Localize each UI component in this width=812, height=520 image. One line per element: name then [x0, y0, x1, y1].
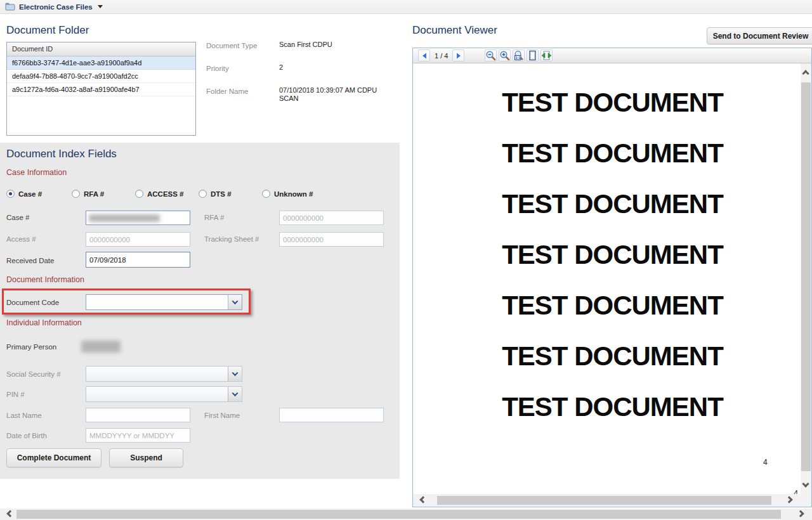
previous-page-button[interactable]	[418, 49, 430, 62]
app-menu-caret-icon[interactable]	[98, 5, 103, 8]
rfa-number-label: RFA #	[204, 214, 224, 221]
zoom-in-button[interactable]	[499, 49, 511, 62]
radio-rfa-circle[interactable]	[72, 190, 80, 198]
next-page-icon	[455, 52, 462, 60]
rfa-number-field[interactable]	[279, 211, 384, 225]
radio-case-number[interactable]: Case #	[6, 190, 42, 198]
document-text-line: TEST DOCUMENT	[413, 240, 801, 270]
tracking-sheet-field[interactable]	[279, 232, 384, 247]
radio-dts-number[interactable]: DTS #	[199, 190, 232, 198]
vertical-scroll-thumb[interactable]	[801, 82, 811, 471]
suspend-button[interactable]: Suspend	[109, 448, 183, 467]
radio-case-circle[interactable]	[6, 190, 15, 198]
folder-name-label: Folder Name	[206, 88, 248, 95]
document-text-line: TEST DOCUMENT	[413, 341, 801, 372]
document-type-value: Scan First CDPU	[279, 41, 332, 48]
viewer-horizontal-scrollbar[interactable]	[413, 494, 801, 507]
send-to-document-review-button[interactable]: Send to Document Review	[707, 27, 812, 44]
ssn-dropdown[interactable]	[86, 366, 242, 382]
case-information-heading: Case Information	[6, 168, 67, 177]
individual-information-heading: Individual Information	[6, 318, 82, 327]
scroll-right-icon[interactable]	[785, 496, 792, 503]
last-name-field[interactable]	[86, 408, 190, 422]
pin-dropdown-button[interactable]	[228, 387, 242, 401]
priority-label: Priority	[206, 65, 229, 72]
horizontal-scroll-thumb[interactable]	[437, 496, 771, 505]
page-number: 4	[763, 458, 768, 467]
case-number-field[interactable]	[86, 211, 190, 225]
document-row[interactable]: a9c1272a-fd6a-4032-a8af-a91900afe4b7	[7, 83, 195, 96]
document-text-line: TEST DOCUMENT	[413, 392, 801, 422]
radio-case-label: Case #	[18, 190, 42, 198]
folder-icon	[5, 3, 15, 11]
radio-dts-circle[interactable]	[199, 190, 207, 198]
fit-page-icon	[527, 50, 538, 61]
radio-unknown-circle[interactable]	[262, 190, 270, 198]
access-number-field[interactable]	[86, 232, 190, 247]
document-page[interactable]: TEST DOCUMENT TEST DOCUMENT TEST DOCUMEN…	[413, 63, 801, 494]
fit-width-button[interactable]	[540, 49, 553, 62]
dob-field[interactable]	[86, 428, 190, 443]
received-date-field[interactable]	[86, 252, 190, 268]
actual-size-icon: 1:1	[513, 50, 524, 61]
document-text-line: TEST DOCUMENT	[413, 189, 801, 219]
pin-dropdown[interactable]	[86, 386, 242, 402]
next-page-button[interactable]	[452, 49, 464, 62]
priority-value: 2	[279, 63, 283, 71]
document-code-value	[86, 295, 228, 309]
radio-access-number[interactable]: ACCESS #	[135, 190, 184, 198]
ssn-dropdown-button[interactable]	[228, 367, 242, 381]
document-code-dropdown-button[interactable]	[228, 295, 242, 309]
chevron-down-icon	[232, 390, 239, 396]
zoom-out-icon	[485, 50, 496, 61]
received-date-label: Received Date	[6, 257, 54, 264]
dob-label: Date of Birth	[6, 432, 47, 439]
radio-rfa-label: RFA #	[84, 190, 104, 198]
complete-document-button[interactable]: Complete Document	[6, 448, 102, 467]
document-viewer-heading: Document Viewer	[412, 24, 497, 37]
document-id-column-header[interactable]: Document ID	[7, 42, 195, 56]
first-name-field[interactable]	[279, 408, 384, 422]
app-title[interactable]: Electronic Case Files	[19, 3, 93, 11]
primary-person-redacted-value	[81, 341, 121, 353]
next-page-number-partial: 4	[794, 489, 798, 494]
document-type-label: Document Type	[206, 42, 257, 49]
scroll-right-icon[interactable]	[797, 510, 804, 517]
document-row-selected[interactable]: f6766bb3-3747-4d1e-aae3-a91900af9a4d	[7, 56, 195, 70]
radio-rfa-number[interactable]: RFA #	[72, 190, 104, 198]
case-number-label: Case #	[6, 214, 29, 221]
svg-text:1:1: 1:1	[516, 56, 521, 60]
chevron-down-icon	[232, 370, 239, 376]
radio-access-circle[interactable]	[135, 190, 143, 198]
page-horizontal-scroll-thumb[interactable]	[16, 510, 781, 519]
electronic-case-files-app: Electronic Case Files Document Folder Do…	[0, 0, 812, 520]
document-information-heading: Document Information	[6, 275, 84, 284]
viewer-toolbar: 1 / 4	[413, 48, 811, 63]
document-row[interactable]: defaa9f4-7b88-4870-9cc7-a91900afd2cc	[7, 70, 195, 83]
document-code-dropdown[interactable]	[86, 294, 242, 310]
pin-label: PIN #	[6, 391, 25, 398]
ssn-label: Social Security #	[6, 370, 61, 378]
page-indicator: 1 / 4	[435, 52, 448, 60]
app-menu-bar: Electronic Case Files	[0, 0, 812, 14]
scroll-left-icon[interactable]	[419, 496, 426, 503]
radio-unknown-label: Unknown #	[274, 190, 313, 198]
document-text-line: TEST DOCUMENT	[413, 290, 801, 321]
scroll-down-icon[interactable]	[802, 480, 809, 487]
zoom-out-button[interactable]	[485, 49, 497, 62]
last-name-label: Last Name	[6, 412, 42, 419]
scroll-left-icon[interactable]	[6, 510, 13, 517]
actual-size-button[interactable]: 1:1	[513, 49, 525, 62]
pin-value	[86, 387, 228, 401]
viewer-vertical-scrollbar[interactable]	[801, 63, 811, 494]
scroll-up-icon[interactable]	[802, 70, 809, 77]
fit-page-button[interactable]	[527, 49, 539, 62]
ssn-value	[86, 367, 228, 381]
page-horizontal-scrollbar[interactable]	[0, 509, 812, 520]
radio-unknown-number[interactable]: Unknown #	[262, 190, 313, 198]
document-viewer: 1 / 4	[412, 48, 812, 507]
access-number-label: Access #	[6, 235, 36, 243]
tracking-sheet-label: Tracking Sheet #	[204, 235, 259, 243]
document-index-fields-panel: Document Index Fields Case Information C…	[0, 143, 400, 479]
scrollbar-corner	[801, 494, 811, 507]
